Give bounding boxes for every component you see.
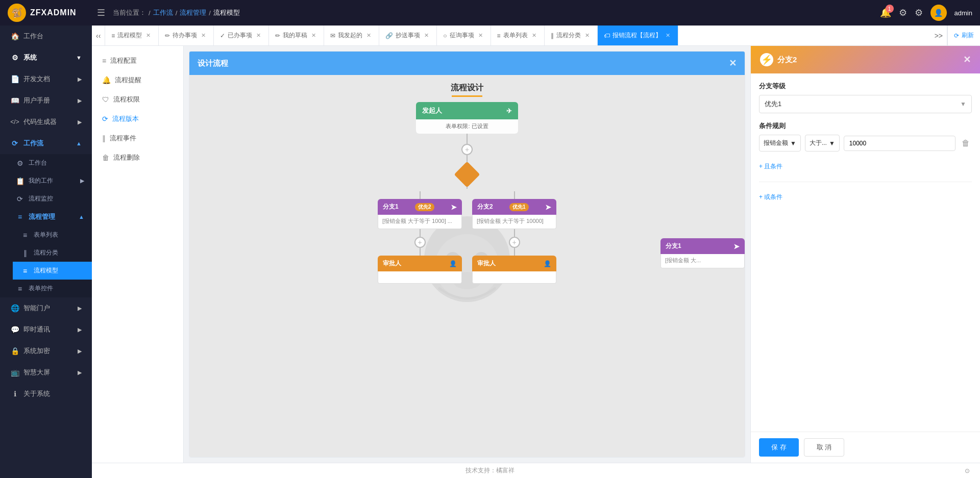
branch2-node[interactable]: 分支2 优先1 ➤ [报销金额 大于等于 10000] (472, 199, 556, 229)
sidebar-item-flow-monitor[interactable]: ⟳ 流程监控 (8, 190, 92, 208)
sidebar-item-workflow[interactable]: ⟳ 工作流 ▲ (0, 133, 92, 154)
refresh-btn[interactable]: ⟳ 刷新 (947, 26, 980, 45)
settings-icon[interactable]: ⚙ (899, 7, 907, 18)
devdoc-icon: 📄 (10, 75, 19, 83)
cancel-button[interactable]: 取 消 (804, 438, 845, 457)
footer: 技术支持：橘富祥 ⊙ (0, 463, 980, 478)
sec-item-version[interactable]: ⟳ 流程版本 (92, 109, 183, 129)
sec-item-remind[interactable]: 🔔 流程提醒 (92, 70, 183, 90)
design-close-btn[interactable]: ✕ (729, 58, 737, 69)
save-button[interactable]: 保 存 (759, 438, 799, 457)
sidebar-item-form-list[interactable]: ≡ 表单列表 (13, 226, 92, 244)
tab-consult-close[interactable]: ✕ (477, 32, 484, 39)
right-panel-close-btn[interactable]: ✕ (963, 54, 971, 65)
initiator-body: 表单权限: 已设置 (416, 119, 518, 134)
sec-item-config[interactable]: ≡ 流程配置 (92, 51, 183, 70)
avatar[interactable]: 👤 (930, 5, 947, 21)
tab-copy-icon: 🔗 (385, 32, 393, 39)
tab-copy[interactable]: 🔗 抄送事项 ✕ (379, 26, 437, 45)
admin-label[interactable]: admin (954, 9, 972, 17)
tab-form-list-close[interactable]: ✕ (530, 32, 538, 39)
sidebar-item-codegen[interactable]: </> 代码生成器 ▶ (0, 111, 92, 133)
branch1-node[interactable]: 分支1 优先2 ➤ [报销金额 大于等于 1000] ... (378, 199, 462, 229)
codegen-icon: </> (10, 118, 19, 125)
big-screen-icon: 📺 (10, 368, 19, 376)
condition-label: 条件规则 (759, 121, 972, 131)
sidebar-item-devdoc[interactable]: 📄 开发文档 ▶ (0, 68, 92, 90)
smart-portal-arrow: ▶ (78, 305, 82, 312)
sidebar-item-flow-cat[interactable]: ∥ 流程分类 (13, 244, 92, 262)
add-or-btn[interactable]: + 或条件 (759, 190, 782, 204)
condition-field-select[interactable]: 报销金额 ▼ (759, 135, 801, 152)
tab-reimburse-close[interactable]: ✕ (664, 32, 672, 39)
branch-diamond[interactable] (458, 165, 476, 184)
approver1-node[interactable]: 审批人 👤 (378, 256, 462, 284)
tab-todo-close[interactable]: ✕ (200, 32, 207, 39)
sidebar-item-flow-model[interactable]: ≡ 流程模型 (13, 262, 92, 280)
sidebar-item-encrypt[interactable]: 🔒 系统加密 ▶ (0, 340, 92, 362)
partial-branch1-node[interactable]: 分支1 ➤ [报销金额 大... (660, 238, 745, 268)
sidebar-item-flow-manage[interactable]: ≡ 流程管理 ▲ (8, 208, 92, 226)
sidebar-item-big-screen[interactable]: 📺 智慧大屏 ▶ (0, 362, 92, 383)
tab-flow-cat-close[interactable]: ✕ (583, 32, 591, 39)
sidebar-label-codegen: 代码生成器 (23, 117, 57, 127)
sidebar-label-system: 系统 (23, 53, 37, 62)
flow-canvas-container: 设计流程 ✕ (184, 46, 750, 463)
sec-item-event[interactable]: ∥ 流程事件 (92, 129, 183, 148)
tab-draft[interactable]: ✏ 我的草稿 ✕ (269, 26, 324, 45)
initiator-section: 发起人 ✈ 表单权限: 已设置 + (189, 102, 745, 189)
sidebar-item-form-ctrl[interactable]: ≡ 表单控件 (8, 280, 92, 297)
sidebar-item-im[interactable]: 💬 即时通讯 ▶ (0, 319, 92, 340)
tab-draft-close[interactable]: ✕ (310, 32, 317, 39)
tab-todo[interactable]: ✏ 待办事项 ✕ (159, 26, 214, 45)
tab-initiated-close[interactable]: ✕ (365, 32, 373, 39)
form-ctrl-icon: ≡ (15, 285, 24, 293)
sidebar-item-system[interactable]: ⚙ 系统 ▼ (0, 47, 92, 68)
tab-form-list[interactable]: ≡ 表单列表 ✕ (491, 26, 545, 45)
nav-toggle[interactable]: ☰ (94, 5, 108, 21)
sidebar-item-my-work[interactable]: 📋 我的工作 ▶ (8, 172, 92, 190)
add-and-btn[interactable]: + 且条件 (759, 160, 782, 173)
tab-flow-model[interactable]: ≡ 流程模型 ✕ (105, 26, 159, 45)
condition-operator-select[interactable]: 大于... ▼ (805, 135, 840, 152)
sidebar-label-workflow: 工作流 (23, 139, 43, 148)
sidebar-item-smart-portal[interactable]: 🌐 智能门户 ▶ (0, 297, 92, 319)
priority-dropdown-icon: ▼ (960, 100, 966, 108)
tab-consult[interactable]: ○ 征询事项 ✕ (437, 26, 491, 45)
priority-select[interactable]: 优先1 ▼ (759, 95, 972, 113)
add-under-branch1[interactable]: + (414, 237, 426, 248)
add-under-branch2[interactable]: + (509, 237, 520, 248)
tab-initiated[interactable]: ✉ 我发起的 ✕ (324, 26, 379, 45)
my-work-arrow: ▶ (80, 178, 84, 184)
approver2-node[interactable]: 审批人 👤 (472, 256, 556, 284)
notification-btn[interactable]: 🔔 1 (880, 7, 891, 18)
tab-reimburse-flow[interactable]: 🏷 报销流程【流程】 ✕ (598, 26, 678, 45)
sidebar-item-about[interactable]: ℹ 关于系统 (0, 383, 92, 405)
tab-next-btn[interactable]: >> (930, 26, 947, 45)
tab-flow-cat[interactable]: ∥ 流程分类 ✕ (545, 26, 598, 45)
tab-done[interactable]: ✓ 已办事项 ✕ (214, 26, 269, 45)
encrypt-arrow: ▶ (78, 348, 82, 355)
form-list-icon: ≡ (20, 231, 30, 239)
sidebar-item-workbench[interactable]: 🏠 工作台 (0, 26, 92, 47)
tab-done-close[interactable]: ✕ (255, 32, 262, 39)
condition-delete-btn[interactable]: 🗑 (960, 139, 972, 148)
sidebar-item-my-workbench[interactable]: ⚙ 工作台 (8, 154, 92, 172)
add-node-btn1[interactable]: + (461, 144, 473, 155)
sidebar-item-manual[interactable]: 📖 用户手册 ▶ (0, 90, 92, 111)
design-header: 设计流程 ✕ (189, 52, 745, 75)
tab-todo-icon: ✏ (165, 32, 170, 39)
tab-copy-close[interactable]: ✕ (423, 32, 430, 39)
condition-value-input[interactable] (844, 136, 955, 151)
tab-draft-icon: ✏ (275, 32, 280, 39)
branch1-arrow-icon: ➤ (451, 203, 457, 211)
tab-flow-model-close[interactable]: ✕ (144, 32, 152, 39)
sec-item-perm[interactable]: 🛡 流程权限 (92, 90, 183, 109)
about-icon: ℹ (10, 390, 19, 398)
initiator-node[interactable]: 发起人 ✈ 表单权限: 已设置 (416, 102, 518, 134)
tab-prev-btn[interactable]: ‹‹ (92, 26, 105, 45)
design-panel: 设计流程 ✕ (189, 51, 745, 458)
branch1-body: [报销金额 大于等于 1000] ... (378, 215, 462, 229)
sec-item-delete[interactable]: 🗑 流程删除 (92, 148, 183, 167)
settings2-icon[interactable]: ⚙ (915, 7, 923, 18)
